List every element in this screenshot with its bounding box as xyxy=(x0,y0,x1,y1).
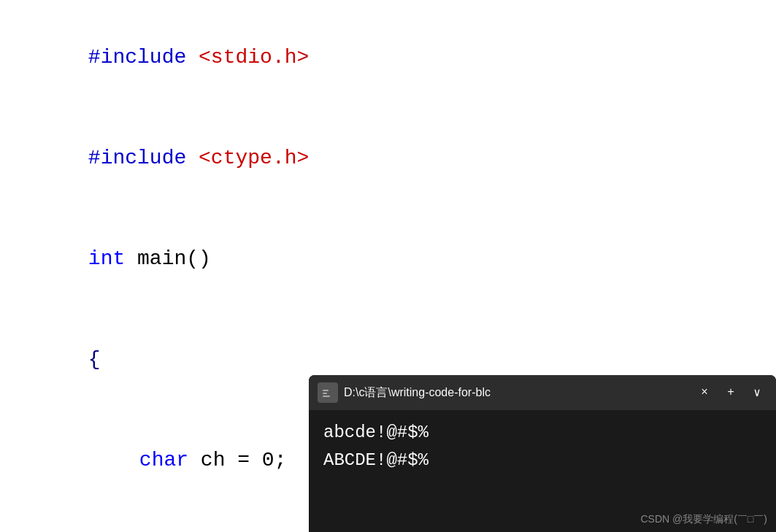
svg-rect-0 xyxy=(320,385,335,400)
var-ch: ch = 0; xyxy=(188,449,286,471)
csdn-watermark: CSDN @我要学编程(￣□￣) xyxy=(640,513,767,526)
open-brace-main: { xyxy=(88,348,101,371)
kw-char: char xyxy=(139,449,188,471)
preprocessor-include-2: #include xyxy=(88,147,199,169)
main-func: main() xyxy=(125,247,211,270)
terminal-close-button[interactable]: × xyxy=(694,382,715,403)
terminal-output-line1: abcde!@#$% xyxy=(323,419,761,447)
svg-rect-3 xyxy=(323,396,330,397)
svg-rect-1 xyxy=(323,390,329,391)
terminal-panel: D:\c语言\writing-code-for-blc × + ∨ abcde!… xyxy=(309,375,776,532)
terminal-app-icon xyxy=(318,382,338,403)
terminal-add-button[interactable]: + xyxy=(721,382,741,403)
terminal-title: D:\c语言\writing-code-for-blc xyxy=(344,385,688,401)
preprocessor-include-1: #include xyxy=(88,46,199,69)
preprocessor-file-1: <stdio.h> xyxy=(199,46,309,69)
terminal-chevron-button[interactable]: ∨ xyxy=(747,382,767,403)
code-editor: #include <stdio.h> #include <ctype.h> in… xyxy=(0,0,776,532)
terminal-titlebar: D:\c语言\writing-code-for-blc × + ∨ xyxy=(309,375,776,410)
terminal-output-line2: ABCDE!@#$% xyxy=(323,447,761,474)
svg-rect-2 xyxy=(323,393,327,394)
preprocessor-file-2: <ctype.h> xyxy=(199,147,309,169)
code-line-1: #include <stdio.h> xyxy=(0,7,776,108)
code-line-2: #include <ctype.h> xyxy=(0,108,776,209)
kw-int-main: int xyxy=(88,247,125,270)
code-line-3: int main() xyxy=(0,209,776,309)
